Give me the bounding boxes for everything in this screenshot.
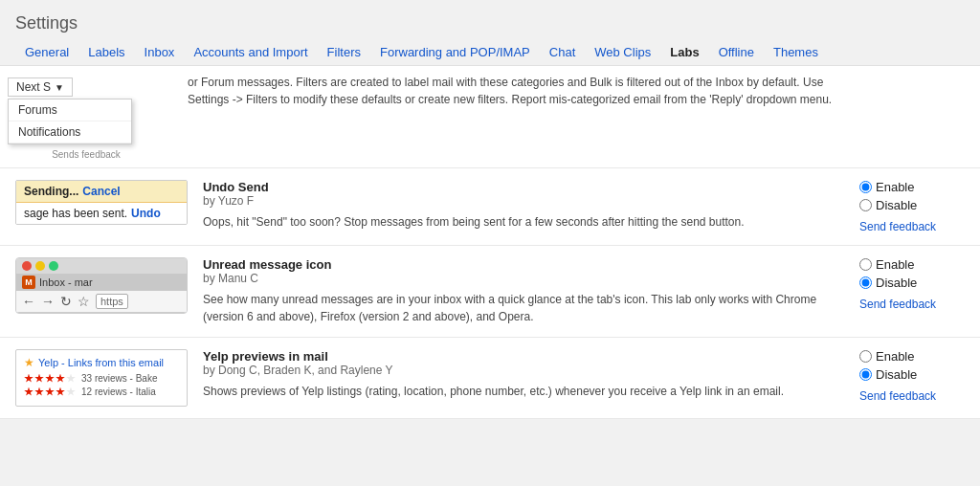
yelp-desc: Shows previews of Yelp listings (rating,… xyxy=(203,383,844,400)
unread-icon-title: Unread message icon xyxy=(203,257,844,272)
yelp-enable-radio[interactable] xyxy=(859,350,872,363)
yelp-preview-img: ★ Yelp - Links from this email 33 review… xyxy=(15,349,188,407)
enable-label-3: Enable xyxy=(876,349,914,364)
nav-forwarding[interactable]: Forwarding and POP/IMAP xyxy=(370,39,540,65)
yelp-review-text-2: 12 reviews - Italia xyxy=(81,387,156,397)
forward-icon[interactable]: → xyxy=(41,294,55,309)
unread-icon-controls: Enable Disable Send feedback xyxy=(859,257,965,311)
gmail-tab-icon: M xyxy=(22,276,35,289)
yelp-disable-label[interactable]: Disable xyxy=(859,367,917,382)
bookmark-icon[interactable]: ☆ xyxy=(78,294,90,309)
yelp-star-1 xyxy=(24,374,33,384)
yelp-star-4 xyxy=(56,374,65,384)
undo-send-content: Undo Send by Yuzo F Oops, hit "Send" too… xyxy=(203,180,844,231)
lab-row-unread-icon: M Inbox - mar ← → ↻ ☆ https Unread messa… xyxy=(0,246,980,338)
lab-row-yelp: ★ Yelp - Links from this email 33 review… xyxy=(0,338,980,419)
yelp-controls: Enable Disable Send feedback xyxy=(859,349,965,403)
refresh-icon[interactable]: ↻ xyxy=(60,294,72,309)
nav-filters[interactable]: Filters xyxy=(318,39,370,65)
yelp-link-text: Yelp - Links from this email xyxy=(38,357,164,368)
yelp-title: Yelp previews in mail xyxy=(203,349,844,364)
yelp-review-row-1: 33 reviews - Bake xyxy=(24,373,179,384)
browser-nav-bar: ← → ↻ ☆ https xyxy=(16,291,187,313)
unread-icon-content: Unread message icon by Manu C See how ma… xyxy=(203,257,844,325)
unread-icon-disable-label[interactable]: Disable xyxy=(859,276,917,290)
nav-labels[interactable]: Labels xyxy=(78,39,134,65)
intro-controls-empty xyxy=(875,66,980,167)
unread-icon-feedback-link[interactable]: Send feedback xyxy=(859,298,936,311)
yelp-star-7 xyxy=(34,387,44,397)
undo-send-disable-label[interactable]: Disable xyxy=(859,198,917,212)
yelp-star-10 xyxy=(66,387,76,397)
yelp-disable-radio[interactable] xyxy=(859,368,872,381)
sends-feedback-top: Sends feedback xyxy=(8,149,165,160)
nav-general[interactable]: General xyxy=(15,39,78,65)
yelp-radio-group: Enable Disable xyxy=(859,349,917,382)
enable-label-2: Enable xyxy=(876,257,914,272)
undo-send-title: Undo Send xyxy=(203,180,844,194)
browser-titlebar xyxy=(16,258,187,274)
yelp-star-5 xyxy=(66,374,76,384)
undo-send-controls: Enable Disable Send feedback xyxy=(859,180,965,233)
enable-label: Enable xyxy=(876,180,914,194)
yelp-author: by Dong C, Braden K, and Raylene Y xyxy=(203,364,844,377)
sent-text: sage has been sent. xyxy=(24,207,127,220)
nav-themes[interactable]: Themes xyxy=(764,39,828,65)
yelp-enable-label[interactable]: Enable xyxy=(859,349,917,364)
yelp-feedback-link[interactable]: Send feedback xyxy=(859,389,936,403)
lab-row-undo-send: Sending... Cancel sage has been sent. Un… xyxy=(0,168,980,246)
yelp-title-row: ★ Yelp - Links from this email xyxy=(24,356,179,369)
undo-link[interactable]: Undo xyxy=(131,207,161,220)
yelp-review-text-1: 33 reviews - Bake xyxy=(81,373,157,384)
undo-send-enable-label[interactable]: Enable xyxy=(859,180,917,194)
yelp-star-3 xyxy=(45,374,55,384)
sending-text: Sending... xyxy=(24,185,78,198)
unread-icon-disable-radio[interactable] xyxy=(859,276,872,289)
unread-icon-enable-label[interactable]: Enable xyxy=(859,257,917,272)
nav-offline[interactable]: Offline xyxy=(709,39,764,65)
next-step-text: Next S xyxy=(16,80,51,94)
close-dot xyxy=(22,261,32,271)
unread-icon-author: by Manu C xyxy=(203,272,844,285)
settings-nav: General Labels Inbox Accounts and Import… xyxy=(0,39,980,66)
yelp-star-8 xyxy=(45,387,55,397)
undo-send-desc: Oops, hit "Send" too soon? Stop messages… xyxy=(203,213,844,231)
yelp-star-6 xyxy=(24,387,33,397)
address-bar[interactable]: https xyxy=(96,294,128,309)
nav-chat[interactable]: Chat xyxy=(540,39,585,65)
disable-label-3: Disable xyxy=(876,367,917,382)
back-icon[interactable]: ← xyxy=(22,294,35,309)
cancel-link[interactable]: Cancel xyxy=(82,185,120,198)
dropdown-arrow-icon: ▼ xyxy=(55,82,64,93)
yelp-stars-1 xyxy=(24,374,76,384)
nav-accounts[interactable]: Accounts and Import xyxy=(184,39,317,65)
yelp-star-icon: ★ xyxy=(24,356,34,369)
undo-send-author: by Yuzo F xyxy=(203,194,844,208)
unread-icon-enable-radio[interactable] xyxy=(859,258,872,271)
yelp-star-2 xyxy=(34,374,44,384)
undo-send-disable-radio[interactable] xyxy=(859,199,872,211)
nav-inbox[interactable]: Inbox xyxy=(135,39,185,65)
yelp-content: Yelp previews in mail by Dong C, Braden … xyxy=(203,349,844,400)
yelp-stars-2 xyxy=(24,387,76,397)
browser-tab-bar: M Inbox - mar xyxy=(16,274,187,291)
maximize-dot xyxy=(49,261,58,271)
top-preview-area: Next S ▼ Forums Notifications Sends feed… xyxy=(0,66,172,167)
disable-label: Disable xyxy=(876,198,917,212)
yelp-star-9 xyxy=(56,387,65,397)
undo-send-preview: Sending... Cancel sage has been sent. Un… xyxy=(15,180,188,225)
minimize-dot xyxy=(35,261,45,271)
dropdown-notifications[interactable]: Notifications xyxy=(9,122,131,144)
notification-dropdown: Forums Notifications xyxy=(8,99,132,144)
undo-sent-bar: sage has been sent. Undo xyxy=(16,203,187,224)
yelp-review-row-2: 12 reviews - Italia xyxy=(24,387,179,397)
dropdown-forums[interactable]: Forums xyxy=(9,99,131,122)
undo-send-feedback-link[interactable]: Send feedback xyxy=(859,220,936,233)
page-title: Settings xyxy=(0,4,980,39)
nav-labs[interactable]: Labs xyxy=(660,39,708,65)
tab-text: Inbox - mar xyxy=(39,276,93,288)
unread-icon-radio-group: Enable Disable xyxy=(859,257,917,290)
next-step-badge[interactable]: Next S ▼ xyxy=(8,77,73,97)
undo-send-enable-radio[interactable] xyxy=(859,181,872,193)
nav-webclips[interactable]: Web Clips xyxy=(585,39,660,65)
